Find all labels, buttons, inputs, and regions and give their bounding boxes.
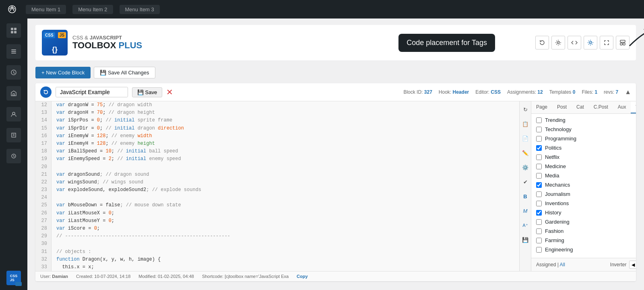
m-side-icon[interactable]: M (520, 205, 531, 216)
tags-list[interactable]: TrendingTechnologyProgrammingPoliticsNet… (531, 114, 636, 258)
sidebar-nav-item-6[interactable] (6, 128, 21, 142)
block-hook-link[interactable]: Header (453, 89, 469, 95)
tag-checkbox-farming[interactable] (536, 238, 542, 243)
block-collapse-button[interactable]: ▲ (625, 88, 631, 96)
tag-label[interactable]: Mechanics (545, 182, 570, 188)
tab-post[interactable]: Post (552, 101, 572, 113)
wp-logo[interactable] (5, 2, 19, 16)
sidebar-nav-item-4[interactable] (6, 86, 21, 101)
tag-label[interactable]: Trending (545, 117, 566, 123)
copy-button[interactable]: Copy (297, 274, 308, 279)
tag-checkbox-technology[interactable] (536, 127, 542, 132)
all-link[interactable]: All (560, 262, 565, 267)
line-content[interactable]: function Dragon(x, y, w, h, image) { (52, 256, 519, 263)
line-content[interactable] (52, 194, 519, 202)
tag-label[interactable]: Netflix (545, 154, 559, 160)
tag-checkbox-media[interactable] (536, 173, 542, 179)
block-close-button[interactable]: ✕ (166, 87, 173, 97)
tag-label[interactable]: Fashion (545, 228, 564, 234)
line-content[interactable]: this.x = x; (52, 263, 519, 271)
code-editor[interactable]: 12var dragonW = 75; // dragon width13var… (35, 101, 519, 271)
line-content[interactable]: var iEnemyH = 128; // enemy height (52, 140, 519, 148)
tab-c-post[interactable]: C.Post (589, 101, 613, 113)
sidebar-nav-item-2[interactable] (6, 44, 21, 59)
tag-checkbox-journalism[interactable] (536, 191, 542, 197)
sidebar-nav-item-7[interactable] (6, 149, 21, 163)
tag-label[interactable]: Journalism (545, 191, 570, 197)
tag-checkbox-history[interactable] (536, 210, 542, 216)
tag-checkbox-programming[interactable] (536, 136, 542, 142)
tag-label[interactable]: Inventions (545, 200, 569, 206)
block-editor-link[interactable]: CSS (491, 89, 501, 95)
settings-icon-btn[interactable] (551, 36, 565, 49)
line-content[interactable]: var iEnemyW = 128; // enemy width (52, 132, 519, 140)
tag-label[interactable]: Engineering (545, 247, 573, 253)
tab-cat[interactable]: Cat (572, 101, 589, 113)
tab-aux[interactable]: Aux (613, 101, 631, 113)
tab-page[interactable]: Page (531, 101, 552, 113)
line-content[interactable]: var wingsSound; // wings sound (52, 179, 519, 186)
sidebar-nav-item-3[interactable] (6, 65, 21, 80)
tag-label[interactable]: Gardening (545, 219, 570, 225)
edit-side-icon[interactable]: ✏️ (520, 147, 531, 158)
expand-icon-btn[interactable] (600, 36, 613, 49)
line-content[interactable]: var iLastMouseX = 0; (52, 210, 519, 217)
block-refresh-icon[interactable] (40, 86, 52, 98)
line-content[interactable]: // -------------------------------------… (52, 232, 519, 240)
line-content[interactable]: var dragonSound; // dragon sound (52, 171, 519, 179)
line-content[interactable] (52, 163, 519, 171)
refresh-icon-btn[interactable] (535, 36, 549, 49)
page-prev-button[interactable]: ◀ (629, 261, 636, 269)
sidebar-nav-item-1[interactable] (6, 23, 21, 38)
tag-label[interactable]: Medicine (545, 163, 566, 169)
tag-label[interactable]: Programming (545, 136, 576, 142)
tag-checkbox-politics[interactable] (536, 145, 542, 151)
admin-bar-item-1[interactable]: Menu Item 1 (26, 5, 66, 14)
sidebar-plugin-logo[interactable]: CSSJS (6, 271, 21, 285)
file-side-icon[interactable]: 📄 (520, 133, 531, 144)
tag-checkbox-netflix[interactable] (536, 154, 542, 160)
gear-icon-btn[interactable] (584, 36, 597, 49)
line-content[interactable]: var iSprDir = 0; // initial dragon direc… (52, 125, 519, 132)
refresh-side-icon[interactable]: ↻ (520, 104, 531, 115)
tag-label[interactable]: Technology (545, 126, 572, 132)
block-id-link[interactable]: 327 (424, 89, 432, 95)
tag-label[interactable]: Farming (545, 237, 564, 243)
tab-tags[interactable]: Tags (631, 101, 636, 113)
line-content[interactable]: var iLastMouseY = 0; (52, 217, 519, 225)
a-plus-side-icon[interactable]: A⁺ (520, 220, 531, 231)
tag-label[interactable]: History (545, 210, 561, 216)
settings-side-icon[interactable]: ⚙️ (520, 162, 531, 173)
block-templates-link[interactable]: 0 (573, 89, 576, 95)
line-content[interactable] (52, 240, 519, 248)
tag-label[interactable]: Politics (545, 145, 561, 151)
code-icon-btn[interactable] (568, 36, 581, 49)
tag-checkbox-inventions[interactable] (536, 201, 542, 206)
save-side-icon[interactable]: 💾 (520, 234, 531, 245)
block-save-button[interactable]: 💾 Save (132, 87, 162, 97)
bold-side-icon[interactable]: B (520, 191, 531, 202)
line-content[interactable]: // objects : (52, 248, 519, 256)
block-assignments-link[interactable]: 12 (537, 89, 543, 95)
admin-bar-item-3[interactable]: Menu Item 3 (120, 5, 160, 14)
tag-label[interactable]: Media (545, 173, 559, 179)
admin-bar-item-2[interactable]: Menu Item 2 (72, 5, 113, 14)
line-content[interactable]: var iBallSpeed = 10; // initial ball spe… (52, 148, 519, 155)
tag-checkbox-medicine[interactable] (536, 164, 542, 169)
block-files-link[interactable]: 1 (594, 89, 597, 95)
block-name-input[interactable] (56, 87, 128, 97)
sidebar-nav-item-5[interactable] (6, 107, 21, 121)
line-content[interactable]: var explodeSound, explodeSound2; // expl… (52, 186, 519, 194)
tag-checkbox-engineering[interactable] (536, 247, 542, 253)
line-content[interactable]: var iSprPos = 0; // initial sprite frame (52, 117, 519, 124)
block-revs-link[interactable]: 7 (615, 89, 618, 95)
tag-checkbox-mechanics[interactable] (536, 182, 542, 188)
save-all-changes-button[interactable]: 💾 Save All Changes (94, 67, 155, 78)
line-content[interactable]: var iEnemySpeed = 2; // initial enemy sp… (52, 155, 519, 163)
tag-checkbox-fashion[interactable] (536, 228, 542, 234)
line-content[interactable]: var bMouseDown = false; // mouse down st… (52, 202, 519, 209)
tag-checkbox-trending[interactable] (536, 117, 542, 123)
clipboard-side-icon[interactable]: 📋 (520, 118, 531, 130)
new-code-block-button[interactable]: + New Code Block (35, 67, 91, 78)
tag-checkbox-gardening[interactable] (536, 219, 542, 225)
